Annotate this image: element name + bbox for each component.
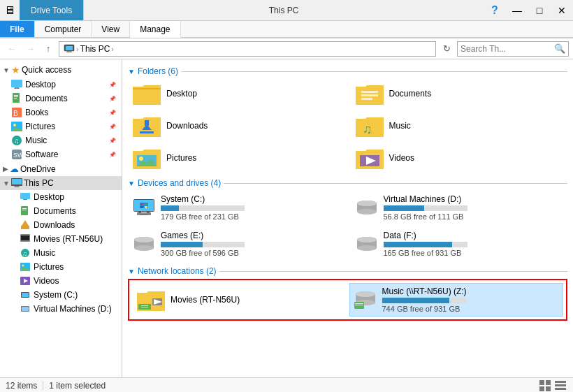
forward-button[interactable]: → bbox=[22, 41, 38, 57]
drive-f-info: Data (F:) 165 GB free of 931 GB bbox=[384, 231, 467, 257]
svg-rect-28 bbox=[22, 210, 27, 210]
drives-section-title: Devices and drives (4) bbox=[138, 178, 221, 188]
drive-system-c[interactable]: System (C:) 179 GB free of 231 GB bbox=[128, 191, 345, 224]
network-expand-icon: ▼ bbox=[128, 268, 135, 275]
content-area: ▼ Folders (6) Desktop Documents bbox=[122, 59, 573, 377]
onedrive-cloud-icon: ☁ bbox=[10, 164, 19, 174]
folder-documents[interactable]: Documents bbox=[351, 79, 568, 108]
folders-divider bbox=[181, 71, 567, 72]
drive-c-bar-fill bbox=[161, 205, 179, 211]
svg-rect-112 bbox=[555, 388, 566, 390]
up-button[interactable]: ↑ bbox=[41, 41, 56, 57]
svg-point-90 bbox=[357, 245, 377, 251]
sidebar-item-thispc-movies[interactable]: Movies (RT-N56U) bbox=[0, 232, 122, 246]
desktop-icon2 bbox=[20, 191, 31, 203]
sidebar-item-thispc-videos[interactable]: Videos bbox=[0, 274, 122, 288]
folder-documents-icon bbox=[356, 82, 384, 105]
sidebar-item-thispc-pictures[interactable]: Pictures bbox=[0, 260, 122, 274]
tab-view[interactable]: View bbox=[92, 21, 130, 37]
network-music-icon bbox=[354, 291, 377, 309]
svg-rect-50 bbox=[361, 94, 378, 96]
sidebar-quick-access[interactable]: ▼ ★ Quick access bbox=[0, 62, 122, 78]
network-music-drive[interactable]: Music (\\RT-N56U) (Z:) 744 GB free of 93… bbox=[349, 283, 564, 317]
drives-grid: System (C:) 179 GB free of 231 GB Virtua… bbox=[128, 191, 567, 261]
svg-text:B: B bbox=[13, 110, 18, 117]
ribbon-tabs: File Computer View Manage bbox=[0, 21, 573, 38]
folder-downloads[interactable]: Downloads bbox=[128, 111, 345, 140]
back-button[interactable]: ← bbox=[4, 41, 20, 57]
svg-rect-73 bbox=[138, 212, 141, 213]
sidebar-item-books[interactable]: B Books 📌 bbox=[0, 106, 122, 119]
search-box[interactable]: 🔍 bbox=[457, 41, 569, 57]
sidebar-item-software[interactable]: SW Software 📌 bbox=[0, 147, 122, 161]
expand-icon: ▶ bbox=[3, 165, 8, 173]
network-music-free: 744 GB free of 931 GB bbox=[382, 305, 467, 313]
view-grid-button[interactable] bbox=[538, 379, 552, 392]
svg-point-91 bbox=[357, 237, 377, 242]
svg-rect-10 bbox=[14, 98, 17, 99]
folder-pictures[interactable]: Pictures bbox=[128, 143, 345, 173]
sidebar-item-pictures[interactable]: Pictures 📌 bbox=[0, 119, 122, 133]
folder-downloads-icon bbox=[133, 115, 161, 137]
minimize-button[interactable]: — bbox=[506, 0, 528, 20]
sidebar-item-music[interactable]: ♫ Music 📌 bbox=[0, 133, 122, 147]
folder-pictures-icon bbox=[133, 147, 161, 169]
network-section-box: Movies (RT-N56U) bbox=[128, 279, 567, 321]
drive-tools-tab[interactable]: Drive Tools bbox=[20, 0, 84, 20]
folder-desktop-label: Desktop bbox=[166, 89, 197, 99]
sidebar-item-thispc-desktop[interactable]: Desktop bbox=[0, 190, 122, 204]
svg-rect-24 bbox=[20, 193, 30, 199]
tab-manage[interactable]: Manage bbox=[130, 21, 180, 38]
svg-rect-6 bbox=[14, 88, 20, 89]
folder-music[interactable]: ♫ Music bbox=[351, 111, 568, 140]
status-sep bbox=[43, 381, 43, 391]
svg-rect-32 bbox=[21, 235, 29, 240]
svg-rect-46 bbox=[133, 88, 161, 89]
quick-access-label: Quick access bbox=[22, 65, 71, 75]
refresh-button[interactable]: ↻ bbox=[439, 41, 454, 57]
sidebar-thispc-section[interactable]: ▼ This PC bbox=[0, 176, 122, 190]
maximize-button[interactable]: □ bbox=[528, 0, 551, 20]
thispc-videos-label: Videos bbox=[34, 276, 59, 286]
sidebar-item-thispc-sysc[interactable]: System (C:) bbox=[0, 288, 122, 302]
address-box[interactable]: › This PC › bbox=[59, 41, 436, 57]
svg-rect-56 bbox=[140, 131, 154, 133]
pin-icon-books: 📌 bbox=[109, 110, 116, 116]
status-bar: 12 items 1 item selected bbox=[0, 377, 573, 392]
help-button[interactable]: ? bbox=[484, 0, 506, 20]
item-count: 12 items bbox=[6, 381, 37, 391]
network-movies[interactable]: Movies (RT-N56U) bbox=[132, 283, 347, 317]
sidebar-item-thispc-vmd[interactable]: Virtual Machines (D:) bbox=[0, 302, 122, 316]
breadcrumb-sep2: › bbox=[111, 45, 114, 53]
sidebar-item-thispc-downloads[interactable]: Downloads bbox=[0, 218, 122, 232]
thispc-movies-label: Movies (RT-N56U) bbox=[34, 234, 103, 244]
folder-videos[interactable]: Videos bbox=[351, 143, 568, 173]
svg-rect-55 bbox=[145, 120, 149, 126]
drive-data-f[interactable]: Data (F:) 165 GB free of 931 GB bbox=[351, 227, 568, 261]
folder-desktop[interactable]: Desktop bbox=[128, 79, 345, 108]
tab-file[interactable]: File bbox=[0, 21, 35, 37]
svg-rect-76 bbox=[140, 203, 143, 205]
sidebar-item-desktop[interactable]: Desktop 📌 bbox=[0, 78, 122, 92]
search-input[interactable] bbox=[460, 44, 553, 54]
svg-rect-78 bbox=[140, 206, 143, 208]
documents-label: Documents bbox=[25, 94, 68, 103]
folder-videos-label: Videos bbox=[389, 153, 414, 163]
close-button[interactable]: ✕ bbox=[551, 0, 573, 20]
drive-c-bar-bg bbox=[161, 205, 245, 211]
sidebar-item-thispc-music[interactable]: ♫ Music bbox=[0, 246, 122, 260]
pin-icon-docs: 📌 bbox=[109, 96, 116, 102]
drive-vmd[interactable]: Virtual Machines (D:) 56.8 GB free of 11… bbox=[351, 191, 568, 224]
drive-games-e[interactable]: Games (E:) 300 GB free of 596 GB bbox=[128, 227, 345, 261]
svg-rect-22 bbox=[15, 186, 19, 187]
pin-icon-sw: 📌 bbox=[109, 152, 116, 158]
sidebar-item-documents[interactable]: Documents 📌 bbox=[0, 92, 122, 106]
tab-computer[interactable]: Computer bbox=[35, 21, 92, 37]
svg-rect-3 bbox=[66, 52, 72, 52]
view-list-button[interactable] bbox=[553, 379, 567, 392]
drive-e-name: Games (E:) bbox=[161, 231, 245, 240]
sidebar-item-thispc-docs[interactable]: Documents bbox=[0, 204, 122, 218]
window-controls: ? — □ ✕ bbox=[484, 0, 573, 20]
sidebar-onedrive[interactable]: ▶ ☁ OneDrive bbox=[0, 161, 122, 176]
svg-text:SW: SW bbox=[13, 152, 22, 159]
